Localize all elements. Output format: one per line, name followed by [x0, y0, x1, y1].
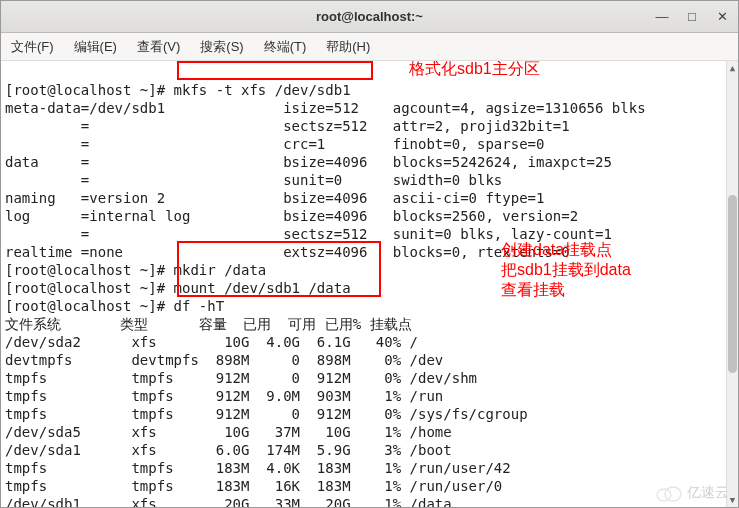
terminal-line: tmpfs tmpfs 183M 16K 183M 1% /run/user/0: [5, 478, 502, 494]
terminal-line: /dev/sda2 xfs 10G 4.0G 6.1G 40% /: [5, 334, 418, 350]
window-controls: — □ ✕: [654, 9, 730, 25]
annotation-format: 格式化sdb1主分区: [409, 61, 540, 78]
terminal-line: tmpfs tmpfs 912M 0 912M 0% /sys/fs/cgrou…: [5, 406, 528, 422]
menu-search[interactable]: 搜索(S): [196, 36, 247, 58]
menu-terminal[interactable]: 终端(T): [260, 36, 311, 58]
annotation-mount: 把sdb1挂载到data: [501, 261, 631, 279]
terminal-line: /dev/sda5 xfs 10G 37M 10G 1% /home: [5, 424, 452, 440]
terminal-window: root@localhost:~ — □ ✕ 文件(F) 编辑(E) 查看(V)…: [0, 0, 739, 508]
terminal-line: [root@localhost ~]# df -hT: [5, 298, 224, 314]
terminal-line: data = bsize=4096 blocks=5242624, imaxpc…: [5, 154, 612, 170]
terminal-line: = sectsz=512 attr=2, projid32bit=1: [5, 118, 570, 134]
terminal-content[interactable]: [root@localhost ~]# mkfs -t xfs /dev/sdb…: [1, 61, 738, 507]
maximize-button[interactable]: □: [684, 9, 700, 25]
highlight-box-mkfs: [177, 61, 373, 80]
menu-view[interactable]: 查看(V): [133, 36, 184, 58]
terminal-line: /dev/sda1 xfs 6.0G 174M 5.9G 3% /boot: [5, 442, 452, 458]
terminal-line: [root@localhost ~]# mkfs -t xfs /dev/sdb…: [5, 82, 351, 98]
terminal-line: = sunit=0 swidth=0 blks: [5, 172, 502, 188]
terminal-line: realtime =none extsz=4096 blocks=0, rtex…: [5, 244, 570, 260]
window-title: root@localhost:~: [316, 9, 423, 24]
terminal-line: meta-data=/dev/sdb1 isize=512 agcount=4,…: [5, 100, 646, 116]
menu-edit[interactable]: 编辑(E): [70, 36, 121, 58]
terminal-line: [root@localhost ~]# mkdir /data: [5, 262, 266, 278]
menu-file[interactable]: 文件(F): [7, 36, 58, 58]
menubar: 文件(F) 编辑(E) 查看(V) 搜索(S) 终端(T) 帮助(H): [1, 33, 738, 61]
terminal-line: [root@localhost ~]# mount /dev/sdb1 /dat…: [5, 280, 351, 296]
terminal-line: log =internal log bsize=4096 blocks=2560…: [5, 208, 578, 224]
annotation-df: 查看挂载: [501, 281, 565, 299]
terminal-line: = sectsz=512 sunit=0 blks, lazy-count=1: [5, 226, 612, 242]
scroll-thumb[interactable]: [728, 195, 737, 373]
close-button[interactable]: ✕: [714, 9, 730, 25]
terminal-line: devtmpfs devtmpfs 898M 0 898M 0% /dev: [5, 352, 443, 368]
terminal-line: tmpfs tmpfs 912M 9.0M 903M 1% /run: [5, 388, 443, 404]
scrollbar[interactable]: ▲ ▼: [726, 61, 738, 507]
terminal-line: /dev/sdb1 xfs 20G 33M 20G 1% /data: [5, 496, 452, 507]
terminal-line: tmpfs tmpfs 183M 4.0K 183M 1% /run/user/…: [5, 460, 511, 476]
terminal-line: naming =version 2 bsize=4096 ascii-ci=0 …: [5, 190, 544, 206]
menu-help[interactable]: 帮助(H): [322, 36, 374, 58]
scroll-down-icon[interactable]: ▼: [727, 493, 738, 507]
scroll-up-icon[interactable]: ▲: [727, 61, 738, 75]
minimize-button[interactable]: —: [654, 9, 670, 25]
titlebar: root@localhost:~ — □ ✕: [1, 1, 738, 33]
terminal-line: 文件系统 类型 容量 已用 可用 已用% 挂载点: [5, 316, 412, 332]
terminal-line: tmpfs tmpfs 912M 0 912M 0% /dev/shm: [5, 370, 477, 386]
terminal-line: = crc=1 finobt=0, sparse=0: [5, 136, 544, 152]
